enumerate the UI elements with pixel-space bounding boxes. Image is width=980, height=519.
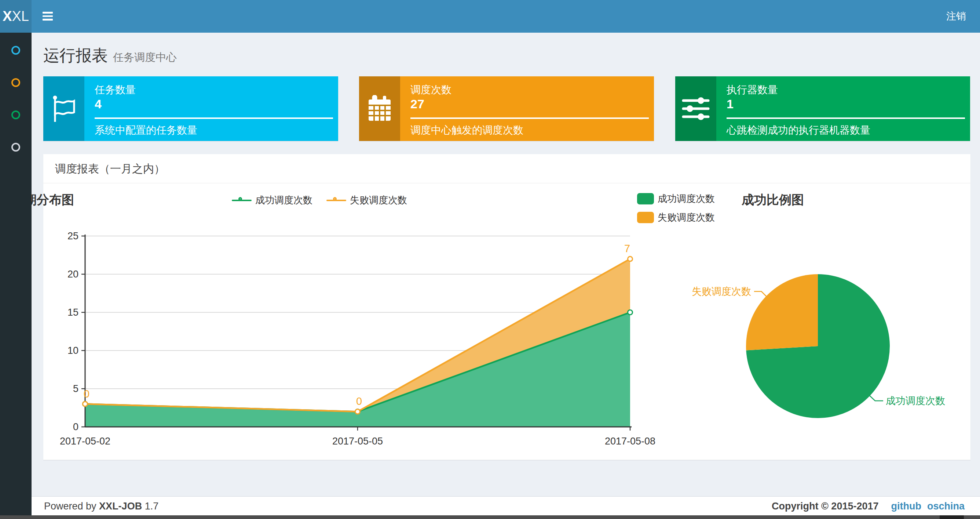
svg-text:失败调度次数: 失败调度次数 (692, 286, 751, 297)
logo-bold: X (3, 8, 12, 24)
copyright: Copyright © 2015-2017 (772, 501, 879, 512)
swatch-icon (637, 193, 654, 204)
line-legend-marker-icon (326, 196, 346, 205)
svg-text:10: 10 (67, 345, 78, 356)
hamburger-icon (43, 19, 53, 21)
flag-icon (43, 76, 84, 141)
hamburger-icon (43, 12, 53, 14)
charts-canvas: 05101520252017-05-022017-05-052017-05-08… (43, 154, 970, 460)
info-box-value: 27 (410, 97, 424, 111)
line-area-chart: 05101520252017-05-022017-05-052017-05-08… (60, 230, 655, 447)
sidebar (0, 33, 32, 519)
pie-legend-item-success[interactable]: 成功调度次数 (637, 192, 715, 205)
sidebar-toggle-button[interactable] (43, 12, 54, 21)
info-box-triggers: 调度次数 27 调度中心触发的调度次数 (359, 76, 654, 141)
swatch-icon (637, 212, 654, 223)
product-name: XXL-JOB (99, 501, 142, 512)
svg-text:2017-05-08: 2017-05-08 (605, 436, 655, 447)
info-box-value: 1 (727, 97, 733, 111)
svg-text:成功调度次数: 成功调度次数 (886, 395, 945, 406)
svg-text:2017-05-05: 2017-05-05 (332, 436, 383, 447)
legend-label: 失败调度次数 (658, 211, 715, 224)
sidebar-item-dashboard[interactable] (11, 46, 20, 55)
svg-text:20: 20 (67, 269, 78, 280)
svg-text:5: 5 (73, 383, 78, 394)
svg-text:0: 0 (73, 422, 78, 433)
info-box-divider (727, 117, 965, 119)
legend-label: 失败调度次数 (350, 194, 407, 207)
sidebar-item-jobs[interactable] (11, 78, 20, 87)
svg-text:2017-05-02: 2017-05-02 (60, 436, 110, 447)
line-legend-marker-icon (232, 196, 251, 205)
powered-by: Powered by XXL-JOB 1.7 (44, 497, 158, 516)
legend-item-success[interactable]: 成功调度次数 (232, 194, 312, 207)
calendar-icon (359, 76, 400, 141)
info-box-description: 系统中配置的任务数量 (95, 123, 197, 137)
page-title: 运行报表 (43, 46, 108, 64)
info-box-description: 调度中心触发的调度次数 (410, 123, 523, 137)
svg-text:7: 7 (624, 243, 630, 254)
svg-text:25: 25 (67, 230, 78, 241)
pie-chart: 失败调度次数成功调度次数 (692, 274, 945, 418)
logo-light: XL (12, 8, 29, 24)
sidebar-item-help[interactable] (11, 143, 20, 152)
github-link[interactable]: github (891, 501, 921, 512)
horizontal-scrollbar[interactable] (0, 515, 980, 519)
schedule-report-panel: 调度报表（一月之内） 05101520252017-05-022017-05-0… (43, 154, 970, 460)
sliders-icon (675, 76, 716, 141)
info-box-executors: 执行器数量 1 心跳检测成功的执行器机器数量 (675, 76, 970, 141)
svg-text:0: 0 (356, 395, 362, 407)
sidebar-item-logs[interactable] (11, 110, 20, 119)
info-box-description: 心跳检测成功的执行器机器数量 (727, 123, 870, 137)
svg-text:0: 0 (84, 388, 89, 400)
page-subtitle: 任务调度中心 (113, 51, 177, 63)
info-box-jobs: 任务数量 4 系统中配置的任务数量 (43, 76, 338, 141)
footer: Powered by XXL-JOB 1.7 Copyright © 2015-… (32, 496, 980, 516)
info-box-divider (95, 117, 333, 119)
logout-link[interactable]: 注销 (946, 0, 966, 33)
info-box-title: 调度次数 (410, 83, 452, 97)
legend-label: 成功调度次数 (255, 194, 312, 207)
page-header: 运行报表任务调度中心 (43, 45, 177, 66)
scrollbar-thumb[interactable] (940, 515, 964, 519)
legend-item-fail[interactable]: 失败调度次数 (326, 194, 407, 207)
info-box-divider (410, 117, 649, 119)
pie-legend-item-fail[interactable]: 失败调度次数 (637, 211, 715, 224)
app-logo[interactable]: XXL (0, 0, 32, 33)
hamburger-icon (43, 15, 53, 17)
legend-label: 成功调度次数 (658, 192, 715, 205)
oschina-link[interactable]: oschina (927, 501, 965, 512)
info-box-value: 4 (95, 97, 102, 111)
info-box-title: 任务数量 (95, 83, 136, 97)
panel-title: 调度报表（一月之内） (43, 154, 970, 184)
top-navbar: XXL 注销 (0, 0, 980, 33)
info-box-title: 执行器数量 (727, 83, 778, 97)
svg-text:15: 15 (67, 307, 78, 318)
